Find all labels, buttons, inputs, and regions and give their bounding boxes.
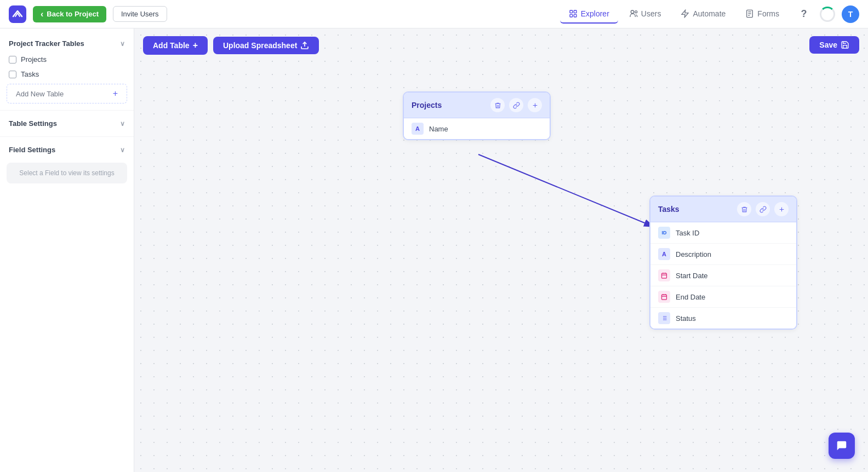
app-logo bbox=[9, 5, 26, 23]
projects-card-actions bbox=[490, 98, 542, 112]
projects-field-name[interactable]: A Name bbox=[404, 118, 550, 139]
status-field-icon bbox=[658, 312, 670, 324]
table-settings-header: Table Settings ∨ bbox=[0, 115, 134, 132]
tab-forms[interactable]: Forms bbox=[736, 5, 788, 24]
sidebar-divider-1 bbox=[0, 110, 134, 111]
list-icon bbox=[661, 315, 667, 321]
tab-automate[interactable]: Automate bbox=[672, 5, 734, 24]
add-table-button[interactable]: Add Table + bbox=[143, 36, 208, 55]
main-canvas[interactable]: Add Table + Upload Spreadsheet Save bbox=[134, 28, 868, 472]
add-new-table-button[interactable]: Add New Table + bbox=[7, 84, 127, 103]
tasks-field-taskid[interactable]: ID Task ID bbox=[650, 222, 796, 244]
field-settings-chevron[interactable]: ∨ bbox=[120, 146, 125, 154]
projects-link-button[interactable] bbox=[509, 98, 523, 112]
sidebar-item-projects[interactable]: Projects bbox=[0, 52, 134, 67]
calendar-icon bbox=[661, 272, 667, 279]
nav-tabs: Explorer Users Automate Forms bbox=[560, 5, 788, 24]
sidebar-item-tasks[interactable]: Tasks bbox=[0, 67, 134, 82]
svg-rect-22 bbox=[662, 295, 667, 300]
link-icon bbox=[760, 206, 767, 213]
tab-users[interactable]: Users bbox=[620, 5, 670, 24]
tasks-field-description[interactable]: A Description bbox=[650, 244, 796, 265]
help-button[interactable]: ? bbox=[795, 5, 813, 24]
tasks-field-status[interactable]: Status bbox=[650, 308, 796, 329]
projects-delete-button[interactable] bbox=[490, 98, 505, 112]
svg-point-5 bbox=[631, 10, 633, 13]
upload-spreadsheet-button[interactable]: Upload Spreadsheet bbox=[213, 37, 319, 54]
back-to-project-button[interactable]: Back to Project bbox=[33, 6, 106, 22]
plus-icon: + bbox=[193, 41, 198, 50]
sidebar: Project Tracker Tables ∨ Projects Tasks … bbox=[0, 28, 134, 472]
project-header-chevron[interactable]: ∨ bbox=[120, 40, 125, 48]
projects-add-field-button[interactable] bbox=[528, 98, 542, 112]
trash-icon bbox=[494, 102, 501, 109]
tasks-delete-button[interactable] bbox=[737, 202, 751, 216]
tasks-card-header: Tasks bbox=[650, 197, 796, 222]
tasks-add-field-button[interactable] bbox=[774, 202, 789, 216]
link-icon bbox=[513, 102, 520, 109]
sidebar-project-header: Project Tracker Tables ∨ bbox=[0, 35, 134, 52]
add-field-icon bbox=[778, 206, 785, 213]
users-icon bbox=[629, 9, 638, 18]
date-field-icon bbox=[658, 291, 670, 303]
svg-rect-18 bbox=[662, 273, 667, 278]
projects-table-card: Projects bbox=[403, 91, 551, 140]
calendar-icon bbox=[661, 293, 667, 300]
table-settings-chevron[interactable]: ∨ bbox=[120, 120, 125, 128]
svg-line-13 bbox=[478, 154, 654, 227]
field-settings-placeholder: Select a Field to view its settings bbox=[7, 163, 127, 183]
avatar[interactable]: T bbox=[842, 5, 859, 23]
explorer-icon bbox=[569, 9, 578, 18]
automate-icon bbox=[681, 9, 689, 18]
svg-point-6 bbox=[635, 10, 637, 13]
field-settings-header: Field Settings ∨ bbox=[0, 141, 134, 158]
text-field-icon: A bbox=[412, 123, 424, 135]
projects-checkbox[interactable] bbox=[9, 56, 16, 64]
svg-rect-0 bbox=[9, 5, 26, 23]
top-navigation: Back to Project Invite Users Explorer Us… bbox=[0, 0, 868, 28]
tasks-table-card: Tasks bbox=[649, 195, 797, 330]
date-field-icon bbox=[658, 269, 670, 281]
svg-rect-4 bbox=[574, 14, 576, 17]
tasks-field-startdate[interactable]: Start Date bbox=[650, 265, 796, 286]
tasks-card-actions bbox=[737, 202, 789, 216]
tab-explorer[interactable]: Explorer bbox=[560, 5, 618, 24]
chat-fab-button[interactable] bbox=[829, 433, 855, 459]
chat-icon bbox=[836, 440, 848, 452]
tasks-checkbox[interactable] bbox=[9, 71, 16, 78]
projects-card-header: Projects bbox=[404, 93, 550, 118]
sidebar-divider-2 bbox=[0, 136, 134, 137]
save-icon bbox=[841, 41, 849, 49]
svg-rect-2 bbox=[574, 10, 576, 13]
toolbar: Add Table + Upload Spreadsheet Save bbox=[134, 28, 868, 62]
tasks-link-button[interactable] bbox=[756, 202, 770, 216]
svg-rect-3 bbox=[570, 14, 573, 17]
save-button[interactable]: Save bbox=[809, 36, 859, 54]
text-field-icon: A bbox=[658, 248, 670, 260]
trash-icon bbox=[741, 206, 748, 213]
tasks-field-enddate[interactable]: End Date bbox=[650, 286, 796, 308]
invite-users-button[interactable]: Invite Users bbox=[113, 6, 167, 22]
forms-icon bbox=[745, 9, 754, 18]
loading-spinner bbox=[820, 7, 835, 22]
id-field-icon: ID bbox=[658, 227, 670, 239]
svg-rect-1 bbox=[570, 10, 573, 13]
upload-icon bbox=[300, 41, 309, 50]
add-field-icon bbox=[532, 102, 539, 109]
